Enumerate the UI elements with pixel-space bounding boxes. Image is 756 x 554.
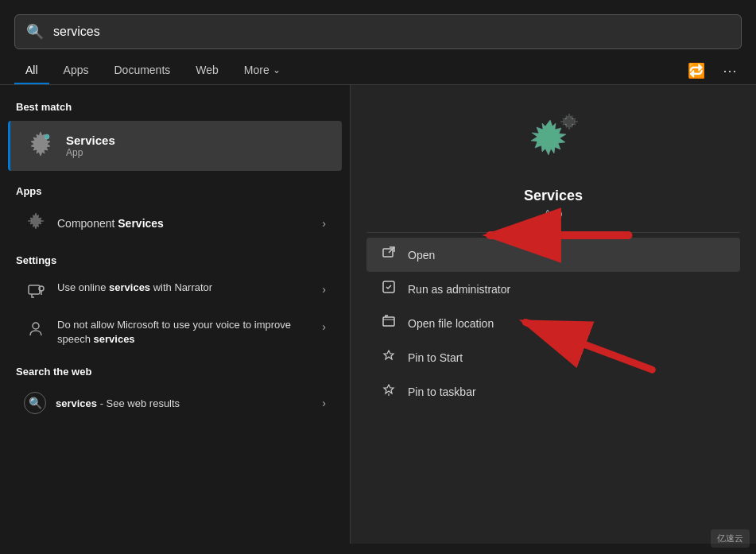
tab-apps[interactable]: Apps bbox=[52, 57, 100, 84]
chevron-right-icon-4: › bbox=[322, 397, 326, 409]
web-search-icon: 🔍 bbox=[24, 392, 46, 414]
svg-rect-10 bbox=[383, 317, 394, 326]
watermark: 亿速云 bbox=[711, 529, 750, 548]
chevron-right-icon-2: › bbox=[322, 283, 326, 296]
voice-text: Do not allow Microsoft to use your voice… bbox=[57, 318, 312, 347]
tab-documents[interactable]: Documents bbox=[103, 57, 181, 84]
search-bar: 🔍 bbox=[14, 14, 742, 49]
pin-taskbar-label: Pin to taskbar bbox=[408, 385, 476, 398]
search-input[interactable] bbox=[53, 25, 730, 39]
open-location-icon bbox=[379, 314, 398, 332]
chevron-right-icon: › bbox=[322, 217, 326, 230]
main-content: Best match Services App Apps bbox=[0, 85, 756, 544]
search-icon: 🔍 bbox=[26, 23, 44, 41]
run-admin-icon bbox=[379, 280, 398, 298]
open-location-label: Open file location bbox=[408, 317, 494, 330]
component-services-icon bbox=[24, 211, 48, 235]
component-services-label: Component Services bbox=[57, 217, 312, 230]
pin-start-action[interactable]: Pin to Start bbox=[366, 340, 740, 374]
divider bbox=[366, 232, 740, 233]
web-search-item[interactable]: 🔍 services - See web results › bbox=[8, 385, 342, 420]
app-big-subtitle: App bbox=[544, 207, 562, 219]
best-match-label: Best match bbox=[0, 96, 350, 118]
open-icon bbox=[379, 246, 398, 264]
web-label: Search the web bbox=[0, 361, 350, 382]
pin-start-label: Pin to Start bbox=[408, 351, 463, 364]
app-big-icon bbox=[525, 109, 582, 178]
share-icon[interactable]: 🔁 bbox=[683, 59, 710, 83]
chevron-down-icon: ⌄ bbox=[273, 64, 281, 76]
run-admin-action[interactable]: Run as administrator bbox=[366, 272, 740, 306]
chevron-right-icon-3: › bbox=[322, 320, 326, 333]
narrator-settings-item[interactable]: Use online services with Narrator › bbox=[8, 274, 342, 312]
svg-point-1 bbox=[45, 134, 49, 139]
pin-taskbar-action[interactable]: Pin to taskbar bbox=[366, 374, 740, 409]
left-panel: Best match Services App Apps bbox=[0, 85, 350, 544]
narrator-icon bbox=[24, 282, 48, 305]
more-options-icon[interactable]: ⋯ bbox=[718, 59, 742, 83]
tab-all[interactable]: All bbox=[14, 57, 49, 84]
action-list: Open Run as administrator bbox=[366, 238, 740, 409]
services-icon bbox=[26, 129, 55, 163]
best-match-subtitle: App bbox=[66, 147, 115, 158]
tabs-bar: All Apps Documents Web More ⌄ 🔁 ⋯ bbox=[0, 49, 756, 85]
best-match-title: Services bbox=[66, 134, 115, 147]
right-panel: Services App Open bbox=[350, 85, 756, 544]
web-search-text: services - See web results bbox=[56, 397, 312, 409]
svg-point-5 bbox=[33, 323, 39, 329]
tab-more[interactable]: More ⌄ bbox=[233, 57, 292, 84]
best-match-info: Services App bbox=[66, 134, 115, 158]
component-services-item[interactable]: Component Services › bbox=[8, 205, 342, 242]
narrator-text: Use online services with Narrator bbox=[57, 281, 312, 295]
open-location-action[interactable]: Open file location bbox=[366, 306, 740, 340]
open-label: Open bbox=[408, 249, 435, 262]
settings-label: Settings bbox=[0, 250, 350, 271]
open-action[interactable]: Open bbox=[366, 238, 740, 272]
run-admin-label: Run as administrator bbox=[408, 283, 510, 296]
web-section: Search the web 🔍 services - See web resu… bbox=[0, 361, 350, 420]
svg-rect-3 bbox=[29, 285, 40, 294]
settings-section: Settings Use online services with Narrat… bbox=[0, 250, 350, 353]
pin-taskbar-icon bbox=[379, 382, 398, 401]
voice-icon bbox=[24, 320, 48, 343]
tab-web[interactable]: Web bbox=[184, 57, 230, 84]
apps-label: Apps bbox=[0, 180, 350, 202]
voice-settings-item[interactable]: Do not allow Microsoft to use your voice… bbox=[8, 312, 342, 353]
pin-start-icon bbox=[379, 348, 398, 366]
apps-section: Apps Component Services › bbox=[0, 180, 350, 242]
app-big-title: Services bbox=[524, 188, 583, 204]
best-match-item[interactable]: Services App bbox=[8, 121, 342, 171]
